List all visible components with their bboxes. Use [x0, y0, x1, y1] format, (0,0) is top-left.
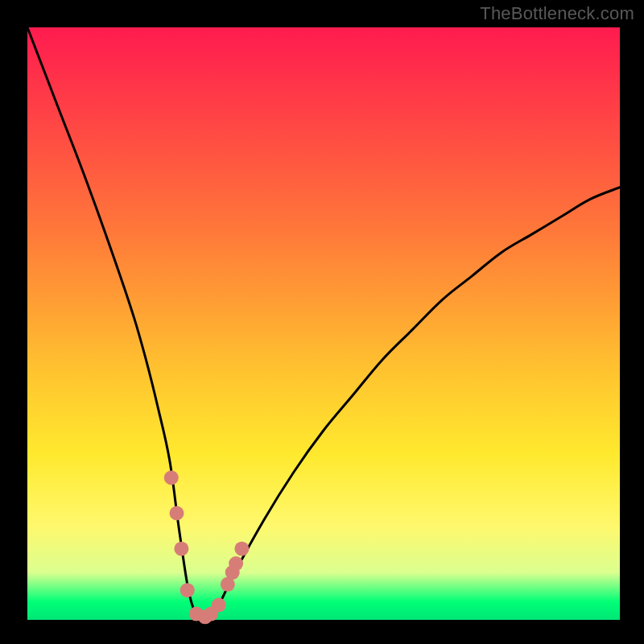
highlight-dot: [212, 598, 226, 613]
plot-background: [27, 27, 620, 620]
highlight-dot: [229, 556, 243, 571]
highlight-dot: [180, 583, 195, 597]
highlight-dot: [170, 506, 184, 521]
bottleneck-chart: [0, 0, 644, 644]
highlight-dot: [174, 542, 188, 556]
chart-stage: TheBottleneck.com: [0, 0, 644, 644]
highlight-dot: [164, 470, 179, 485]
watermark-text: TheBottleneck.com: [480, 3, 634, 24]
highlight-dot: [234, 542, 249, 556]
